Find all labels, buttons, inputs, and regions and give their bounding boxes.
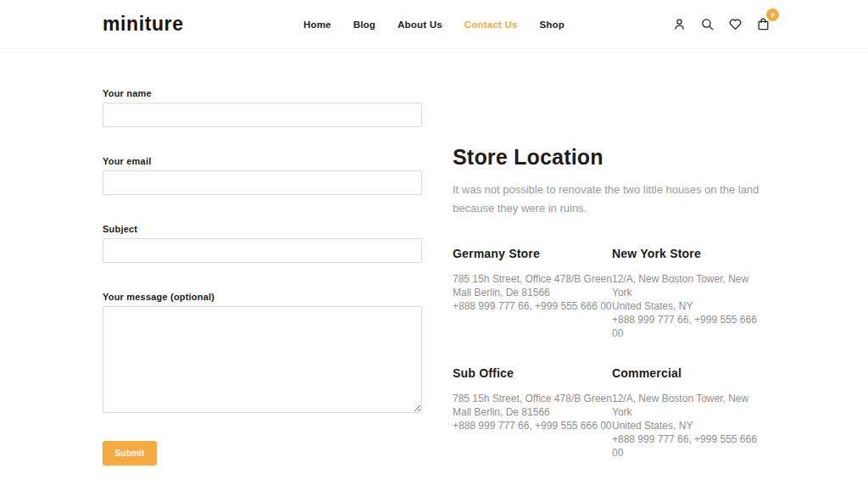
header: miniture Home Blog About Us Contact Us S…: [0, 0, 868, 49]
store-address-line: Mall Berlin, De 81566: [453, 286, 612, 299]
store-name: Germany Store: [453, 247, 612, 260]
store-phone: +888 999 777 66, +999 555 666 00: [453, 299, 612, 313]
store-location-title: Store Location: [453, 145, 768, 170]
store-address-line: 785 15h Street, Office 478/B Green: [453, 392, 612, 405]
nav-item-blog[interactable]: Blog: [353, 20, 376, 30]
store-location-section: Store Location It was not possible to re…: [453, 145, 768, 460]
wishlist-heart-icon[interactable]: [725, 14, 745, 35]
account-icon[interactable]: [669, 14, 689, 35]
store-card-commercial: Commercial 12/A, New Boston Tower, New Y…: [612, 366, 768, 460]
subject-field-group: Subject: [103, 224, 422, 263]
store-details: 12/A, New Boston Tower, New York United …: [612, 272, 768, 340]
nav-item-contact-us[interactable]: Contact Us: [465, 20, 518, 30]
store-address-line: 12/A, New Boston Tower, New York: [612, 272, 768, 299]
store-details: 785 15h Street, Office 478/B Green Mall …: [453, 392, 612, 432]
store-phone: +888 999 777 66, +999 555 666 00: [612, 313, 768, 340]
message-label: Your message (optional): [103, 292, 422, 302]
store-details: 12/A, New Boston Tower, New York United …: [612, 392, 768, 460]
name-input[interactable]: [103, 103, 422, 127]
store-grid: Germany Store 785 15h Street, Office 478…: [453, 247, 768, 460]
store-card-germany: Germany Store 785 15h Street, Office 478…: [453, 247, 612, 340]
store-address-line: Mall Berlin, De 81566: [453, 405, 612, 419]
contact-page: miniture Home Blog About Us Contact Us S…: [0, 0, 868, 502]
store-address-line: 785 15h Street, Office 478/B Green: [453, 272, 612, 286]
logo[interactable]: miniture: [103, 13, 184, 36]
store-address-line: 12/A, New Boston Tower, New York: [612, 392, 768, 419]
search-icon[interactable]: [697, 14, 717, 35]
name-field-group: Your name: [103, 88, 422, 127]
submit-button[interactable]: Submit: [103, 441, 157, 466]
nav-item-home[interactable]: Home: [303, 20, 331, 30]
store-card-new-york: New York Store 12/A, New Boston Tower, N…: [612, 247, 768, 340]
store-location-description: It was not possible to renovate the two …: [453, 181, 768, 218]
store-phone: +888 999 777 66, +999 555 666 00: [612, 432, 768, 460]
store-details: 785 15h Street, Office 478/B Green Mall …: [453, 272, 612, 313]
store-phone: +888 999 777 66, +999 555 666 00: [453, 419, 612, 432]
main-nav: Home Blog About Us Contact Us Shop: [303, 20, 565, 30]
email-label: Your email: [103, 156, 422, 166]
store-name: Sub Office: [453, 366, 612, 380]
message-textarea[interactable]: [103, 306, 422, 413]
email-input[interactable]: [103, 170, 422, 195]
cart-count-badge: 0: [766, 8, 779, 21]
nav-item-shop[interactable]: Shop: [540, 20, 565, 30]
name-label: Your name: [103, 88, 422, 98]
store-name: Commercial: [612, 366, 768, 380]
header-actions: 0: [669, 14, 773, 35]
store-name: New York Store: [612, 247, 768, 260]
store-card-sub-office: Sub Office 785 15h Street, Office 478/B …: [453, 366, 612, 460]
store-address-line: United States, NY: [612, 419, 768, 432]
nav-item-about-us[interactable]: About Us: [398, 20, 442, 30]
email-field-group: Your email: [103, 156, 422, 195]
store-address-line: United States, NY: [612, 299, 768, 313]
subject-label: Subject: [103, 224, 422, 234]
message-field-group: Your message (optional): [103, 292, 422, 413]
subject-input[interactable]: [103, 238, 422, 263]
cart-icon[interactable]: 0: [753, 14, 773, 35]
contact-form: Your name Your email Subject Your messag…: [103, 88, 422, 466]
